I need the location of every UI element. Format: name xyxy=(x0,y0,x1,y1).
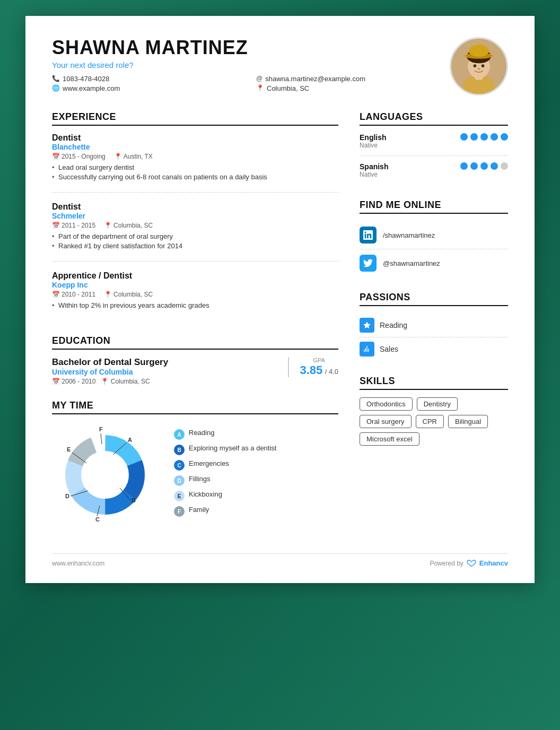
sdot-5 xyxy=(501,162,508,170)
skill-dentistry: Dentistry xyxy=(417,397,458,411)
right-column: LANGUAGES English Native xyxy=(360,111,508,543)
exp-meta-3: 📅 2010 - 2011 📍 Columbia, SC xyxy=(52,291,338,298)
enhancv-brand: Enhancv xyxy=(479,559,508,567)
exp-bullets-2: Part of the department of oral surgery R… xyxy=(52,232,338,250)
education-title: EDUCATION xyxy=(52,335,338,350)
exp-bullets-1: Lead oral surgery dentist Successfully c… xyxy=(52,163,338,181)
dot-5 xyxy=(501,133,508,141)
legend-circle-E: E xyxy=(174,491,185,501)
passion-reading: Reading xyxy=(360,314,508,337)
calendar-icon-3: 📅 xyxy=(52,291,60,298)
edu-meta: 📅 2006 - 2010 📍 Columbia, SC xyxy=(52,378,168,385)
passions-section: PASSIONS Reading Sales xyxy=(360,292,508,361)
skill-microsoft-excel: Microsoft excel xyxy=(360,432,419,446)
chart-icon xyxy=(360,342,374,357)
exp-meta-1: 📅 2015 - Ongoing 📍 Austin, TX xyxy=(52,153,338,160)
legend-E: E Kickboxing xyxy=(174,490,338,501)
location-contact: 📍 Columbia, SC xyxy=(256,84,450,92)
languages-section: LANGUAGES English Native xyxy=(360,111,508,185)
legend-text-B: Exploring myself as a dentist xyxy=(189,444,276,452)
skill-cpr: CPR xyxy=(416,415,444,428)
edu-degree: Bachelor of Dental Surgery xyxy=(52,357,168,368)
twitter-icon xyxy=(360,255,377,272)
website-icon: 🌐 xyxy=(52,84,60,92)
footer: www.enhancv.com Powered by Enhancv xyxy=(52,553,508,567)
linkedin-handle: /shawnamartinez xyxy=(383,231,435,239)
svg-point-6 xyxy=(469,45,489,57)
gpa-value: 3.85 xyxy=(300,363,322,377)
legend-circle-F: F xyxy=(174,506,185,517)
sdot-3 xyxy=(480,162,488,170)
dot-1 xyxy=(460,133,468,141)
exp-company-1: Blanchette xyxy=(52,143,338,151)
legend-C: C Emergencies xyxy=(174,459,338,471)
book-icon xyxy=(360,318,374,333)
online-section: FIND ME ONLINE /shawnamartinez xyxy=(360,199,508,277)
calendar-icon-edu: 📅 xyxy=(52,378,60,385)
svg-line-27 xyxy=(101,433,102,444)
bullet-1-2: Successfully carrying out 6-8 root canal… xyxy=(52,173,338,181)
phone-number: 1083-478-4028 xyxy=(63,75,109,83)
calendar-icon-2: 📅 xyxy=(52,222,60,229)
legend-circle-A: A xyxy=(174,429,185,440)
legend-text-E: Kickboxing xyxy=(189,490,222,498)
skill-orthodontics: Orthodontics xyxy=(360,397,413,411)
edu-school: University of Columbia xyxy=(52,368,168,376)
email-contact: @ shawna.martinez@example.com xyxy=(256,75,450,83)
legend-text-F: Family xyxy=(189,506,209,514)
exp-company-3: Koepp Inc xyxy=(52,281,338,289)
exp-item-2: Dentist Schmeler 📅 2011 - 2015 📍 Columbi… xyxy=(52,202,338,262)
passion-sales: Sales xyxy=(360,337,508,361)
main-layout: EXPERIENCE Dentist Blanchette 📅 2015 - O… xyxy=(52,111,508,543)
linkedin-icon xyxy=(360,227,377,244)
lang-spanish: Spanish Native xyxy=(360,162,508,185)
svg-point-8 xyxy=(482,64,485,67)
svg-text:E: E xyxy=(67,446,71,453)
desired-role: Your next desired role? xyxy=(52,60,450,69)
mytime-section: MY TIME xyxy=(52,400,338,528)
footer-right: Powered by Enhancv xyxy=(430,559,508,567)
passion-sales-label: Sales xyxy=(380,345,398,353)
lang-spanish-name: Spanish xyxy=(360,162,388,171)
contact-info: 📞 1083-478-4028 @ shawna.martinez@exampl… xyxy=(52,75,450,92)
experience-title: EXPERIENCE xyxy=(52,111,338,126)
experience-section: EXPERIENCE Dentist Blanchette 📅 2015 - O… xyxy=(52,111,338,320)
exp-item-3: Apprentice / Dentist Koepp Inc 📅 2010 - … xyxy=(52,271,338,320)
lang-english-level: Native xyxy=(360,142,387,149)
legend-circle-D: D xyxy=(174,475,185,486)
location-icon: 📍 xyxy=(256,84,264,92)
legend-text-C: Emergencies xyxy=(189,459,229,467)
bullet-2-2: Ranked #1 by client satisfaction for 201… xyxy=(52,242,338,250)
skills-grid: Orthodontics Dentistry Oral surgery CPR … xyxy=(360,397,508,446)
phone-icon: 📞 xyxy=(52,75,60,82)
enhancv-heart-icon xyxy=(466,560,477,567)
passion-reading-label: Reading xyxy=(380,321,407,329)
website-contact: 🌐 www.example.com xyxy=(52,84,246,92)
svg-point-16 xyxy=(85,455,125,495)
dot-3 xyxy=(480,133,488,141)
email-address: shawna.martinez@example.com xyxy=(265,75,365,83)
gpa-max: / 4.0 xyxy=(325,368,338,376)
exp-meta-2: 📅 2011 - 2015 📍 Columbia, SC xyxy=(52,222,338,229)
legend-D: D Fillings xyxy=(174,475,338,486)
skills-section: SKILLS Orthodontics Dentistry Oral surge… xyxy=(360,376,508,446)
svg-text:C: C xyxy=(95,516,100,523)
skills-title: SKILLS xyxy=(360,376,508,390)
sdot-2 xyxy=(470,162,478,170)
donut-chart: A B C D E xyxy=(52,422,158,528)
online-linkedin: /shawnamartinez xyxy=(360,221,508,249)
svg-text:D: D xyxy=(65,493,69,499)
passions-title: PASSIONS xyxy=(360,292,508,306)
pin-icon-edu: 📍 xyxy=(101,378,109,385)
header: SHAWNA MARTINEZ Your next desired role? … xyxy=(52,37,508,95)
gpa-label: GPA xyxy=(300,357,338,363)
legend-text-A: Reading xyxy=(189,429,214,437)
edu-location: 📍 Columbia, SC xyxy=(101,378,150,385)
edu-dates: 📅 2006 - 2010 xyxy=(52,378,95,385)
exp-bullets-3: Within top 2% in previous years academic… xyxy=(52,301,338,309)
exp-title-2: Dentist xyxy=(52,202,338,212)
pin-icon-3: 📍 xyxy=(104,291,112,298)
bullet-3-1: Within top 2% in previous years academic… xyxy=(52,301,338,309)
mytime-title: MY TIME xyxy=(52,400,338,414)
legend-circle-C: C xyxy=(174,460,185,471)
